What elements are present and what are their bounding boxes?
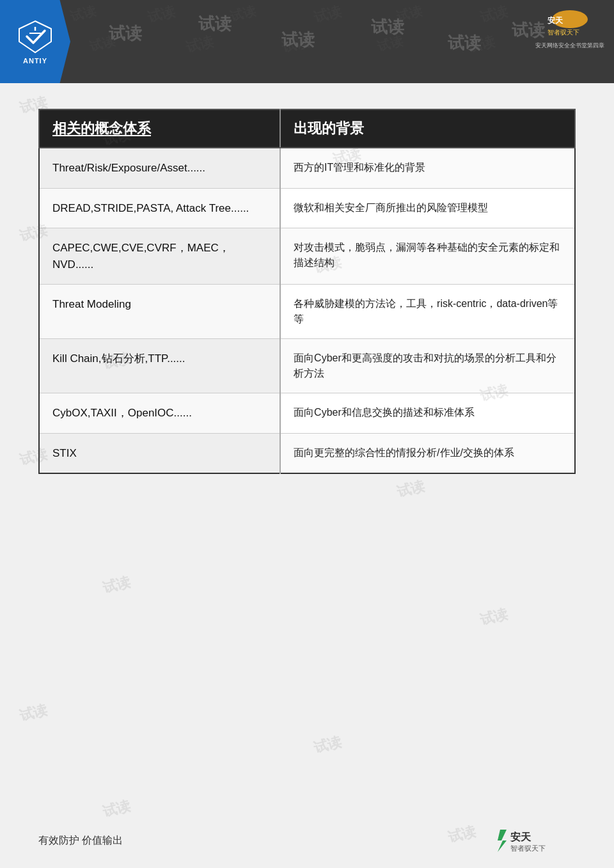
- page-footer: 有效防护 价值输出 安天 智者驭天下: [0, 826, 614, 855]
- top-right-brand: 安天 智者驭天下 安天网络安全全书堂第四章: [535, 6, 604, 50]
- watermark: 试读: [100, 796, 132, 822]
- brand-logo-svg: 安天 智者驭天下: [541, 6, 599, 42]
- table-row: Threat Modeling各种威胁建模的方法论，工具，risk-centri…: [39, 285, 575, 339]
- watermark: 试读: [311, 732, 343, 758]
- table-row: STIX面向更完整的综合性的情报分析/作业/交换的体系: [39, 433, 575, 473]
- right-col-cell: 西方的IT管理和标准化的背景: [280, 148, 575, 188]
- table-row: CAPEC,CWE,CVE,CVRF，MAEC，NVD......对攻击模式，脆…: [39, 228, 575, 285]
- logo-label: ANTIY: [23, 57, 47, 65]
- left-col-cell: STIX: [39, 433, 280, 473]
- right-col-cell: 微软和相关安全厂商所推出的风险管理模型: [280, 188, 575, 228]
- right-col-cell: 面向更完整的综合性的情报分析/作业/交换的体系: [280, 433, 575, 473]
- table-row: Threat/Risk/Exposure/Asset......西方的IT管理和…: [39, 148, 575, 188]
- svg-text:安天: 安天: [547, 16, 563, 25]
- header-watermark: 试读: [281, 29, 315, 51]
- col-right-header: 出现的背景: [280, 109, 575, 148]
- footer-left-text: 有效防护 价值输出: [38, 834, 123, 848]
- right-col-cell: 面向Cyber和更高强度的攻击和对抗的场景的分析工具和分析方法: [280, 339, 575, 393]
- watermark: 试读: [478, 604, 510, 630]
- header-watermark-area: 试读 试读 试读 试读 试读 试读: [70, 0, 614, 83]
- watermark: 试读: [100, 572, 132, 598]
- svg-text:安天: 安天: [510, 831, 531, 842]
- concept-table: 相关的概念体系 出现的背景 Threat/Risk/Exposure/Asset…: [38, 109, 576, 474]
- svg-text:智者驭天下: 智者驭天下: [547, 29, 579, 36]
- footer-brand-svg: 安天 智者驭天下: [492, 826, 576, 855]
- right-col-cell: 对攻击模式，脆弱点，漏洞等各种基础的安全元素的标定和描述结构: [280, 228, 575, 285]
- header-watermark: 试读: [198, 13, 232, 35]
- antiy-logo-icon: [18, 19, 53, 54]
- right-col-cell: 面向Cyber和信息交换的描述和标准体系: [280, 393, 575, 434]
- right-col-cell: 各种威胁建模的方法论，工具，risk-centric，data-driven等等: [280, 285, 575, 339]
- col-left-header: 相关的概念体系: [39, 109, 280, 148]
- company-logo: ANTIY: [0, 0, 70, 83]
- main-content: 相关的概念体系 出现的背景 Threat/Risk/Exposure/Asset…: [0, 83, 614, 493]
- table-row: Kill Chain,钻石分析,TTP......面向Cyber和更高强度的攻击…: [39, 339, 575, 393]
- table-row: DREAD,STRIDE,PASTA, Attack Tree......微软和…: [39, 188, 575, 228]
- left-col-cell: CAPEC,CWE,CVE,CVRF，MAEC，NVD......: [39, 228, 280, 285]
- left-col-cell: DREAD,STRIDE,PASTA, Attack Tree......: [39, 188, 280, 228]
- table-header-row: 相关的概念体系 出现的背景: [39, 109, 575, 148]
- svg-marker-6: [498, 830, 507, 852]
- header-watermark: 试读: [109, 22, 142, 45]
- left-col-cell: Kill Chain,钻石分析,TTP......: [39, 339, 280, 393]
- left-col-cell: CybOX,TAXII，OpenIOC......: [39, 393, 280, 434]
- svg-text:智者驭天下: 智者驭天下: [510, 844, 546, 852]
- table-row: CybOX,TAXII，OpenIOC......面向Cyber和信息交换的描述…: [39, 393, 575, 434]
- svg-marker-0: [19, 21, 51, 52]
- left-col-cell: Threat/Risk/Exposure/Asset......: [39, 148, 280, 188]
- page-header: ANTIY 试读 试读 试读 试读 试读 试读 安天 智者驭天下 安天网络安全全…: [0, 0, 614, 83]
- watermark: 试读: [17, 700, 49, 726]
- footer-right-brand: 安天 智者驭天下: [492, 826, 576, 855]
- header-watermark: 试读: [448, 32, 481, 54]
- brand-subtitle: 安天网络安全全书堂第四章: [535, 42, 604, 50]
- header-watermark: 试读: [371, 16, 404, 38]
- left-col-cell: Threat Modeling: [39, 285, 280, 339]
